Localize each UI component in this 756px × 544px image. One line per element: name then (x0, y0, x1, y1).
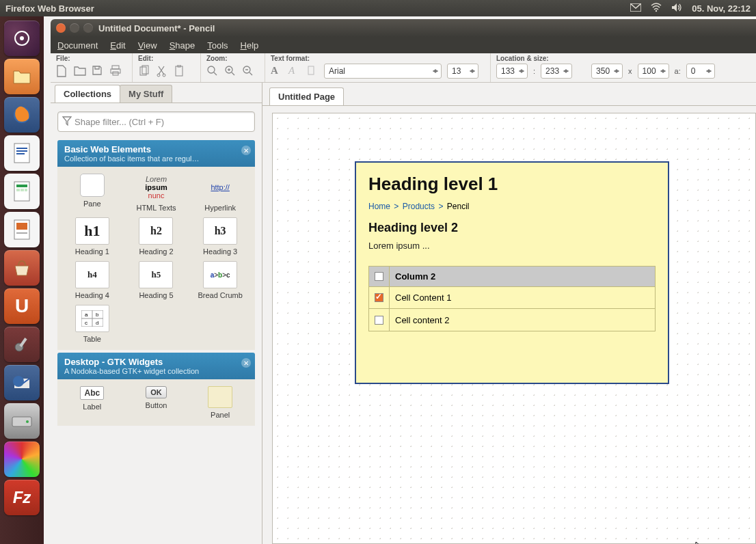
print-icon[interactable] (109, 65, 122, 77)
angle-spin[interactable]: 0 (686, 64, 715, 79)
svg-rect-23 (111, 69, 120, 73)
menu-help[interactable]: Help (241, 40, 259, 51)
row1-checkbox[interactable] (375, 293, 383, 302)
svg-point-19 (13, 376, 24, 387)
svg-rect-10 (16, 185, 27, 187)
tab-collections[interactable]: Collections (55, 85, 120, 103)
shape-h1[interactable]: h1Heading 1 (62, 217, 123, 256)
shape-h2[interactable]: h2Heading 2 (126, 217, 187, 256)
tab-mystuff[interactable]: My Stuff (120, 85, 172, 103)
filter-placeholder: Shape filter... (Ctrl + F) (75, 117, 164, 127)
shape-pane[interactable]: Pane (62, 174, 123, 212)
launcher-settings[interactable] (4, 327, 40, 362)
launcher-writer[interactable] (4, 135, 40, 171)
header-checkbox[interactable] (375, 272, 383, 281)
close-icon[interactable]: ✕ (241, 146, 251, 155)
svg-text:d: d (96, 320, 98, 326)
launcher-color[interactable] (4, 441, 40, 477)
new-doc-icon[interactable] (56, 65, 68, 77)
page-tab-untitled[interactable]: Untitled Page (269, 87, 344, 105)
shape-table[interactable]: abcdTable (62, 305, 123, 343)
menu-view[interactable]: View (138, 40, 157, 51)
paragraph: Lorem ipsum ... (368, 241, 656, 251)
font-family-combo[interactable]: Arial (324, 64, 442, 79)
row2-checkbox[interactable] (375, 316, 383, 325)
launcher-thunderbird[interactable] (4, 365, 40, 400)
zoom-in-icon[interactable] (224, 65, 237, 77)
table-row: Cell content 2 (369, 309, 655, 331)
category-gtk-body: AbcLabel OKButton Panel (57, 379, 255, 426)
svg-rect-13 (25, 189, 27, 191)
shape-filter-input[interactable]: Shape filter... (Ctrl + F) (57, 111, 255, 132)
launcher-files[interactable] (4, 59, 40, 94)
canvas[interactable]: Heading level 1 Home > Products > Pencil… (272, 113, 756, 544)
shape-h4[interactable]: h4Heading 4 (62, 261, 123, 299)
toolbar-edit-label: Edit: (138, 55, 195, 62)
text-style-icon[interactable] (306, 65, 319, 77)
svg-text:c: c (85, 320, 87, 326)
window-title: Untitled Document* - Pencil (98, 23, 215, 33)
canvas-pane: Untitled Page Heading level 1 Home > Pro… (262, 83, 756, 544)
copy-icon[interactable] (138, 65, 150, 77)
pos-x-spin[interactable]: 133 (496, 64, 528, 79)
svg-rect-34 (308, 66, 314, 74)
launcher-ubuntu-one[interactable]: U (4, 288, 40, 324)
launcher-filezilla[interactable]: Fz (4, 480, 40, 515)
menu-tools[interactable]: Tools (207, 40, 228, 51)
text-color-icon[interactable]: A (271, 65, 283, 77)
selected-object[interactable]: Heading level 1 Home > Products > Pencil… (355, 161, 669, 384)
shape-panel: Collections My Stuff Shape filter... (Ct… (51, 83, 262, 544)
toolbar-loc-label: Location & size: (496, 55, 751, 62)
table-header: Column 2 (369, 267, 655, 287)
font-size-spin[interactable]: 13 (447, 64, 478, 79)
launcher-calc[interactable] (4, 174, 40, 209)
page-tabs: Untitled Page (262, 83, 756, 106)
window-minimize-button[interactable] (70, 23, 79, 33)
svg-text:a: a (85, 312, 88, 318)
bc-home[interactable]: Home (368, 202, 390, 211)
launcher-firefox[interactable] (4, 97, 40, 133)
shape-button[interactable]: OKButton (126, 386, 187, 419)
bc-products[interactable]: Products (403, 202, 435, 211)
size-h-spin[interactable]: 100 (638, 64, 669, 79)
window-titlebar[interactable]: Untitled Document* - Pencil (51, 19, 756, 37)
shape-hyperlink[interactable]: http://Hyperlink (189, 174, 251, 212)
wifi-icon[interactable] (651, 3, 662, 14)
pos-y-spin[interactable]: 233 (541, 64, 572, 79)
save-icon[interactable] (92, 65, 104, 77)
svg-rect-29 (176, 66, 183, 76)
category-gtk[interactable]: Desktop - GTK Widgets A Nodoka-based GTK… (57, 353, 255, 379)
window-close-button[interactable] (56, 23, 66, 33)
svg-rect-8 (16, 153, 25, 154)
size-w-spin[interactable]: 350 (591, 64, 623, 79)
mail-icon[interactable] (630, 3, 641, 14)
menu-document[interactable]: Document (57, 40, 98, 51)
angle-label: a: (675, 67, 681, 75)
zoom-out-icon[interactable] (242, 65, 254, 77)
volume-icon[interactable] (671, 3, 682, 14)
shape-h5[interactable]: h5Heading 5 (126, 261, 187, 299)
menu-edit[interactable]: Edit (110, 40, 125, 51)
launcher-impress[interactable] (4, 212, 40, 247)
cut-icon[interactable] (156, 65, 168, 77)
shape-html-texts[interactable]: LoremipsumnuncHTML Texts (126, 174, 187, 212)
paste-icon[interactable] (174, 65, 186, 77)
launcher-disk[interactable] (4, 403, 40, 439)
shape-h3[interactable]: h3Heading 3 (189, 217, 251, 256)
shape-breadcrumb[interactable]: a > b > cBread Crumb (189, 261, 251, 299)
open-icon[interactable] (74, 65, 86, 77)
text-italic-icon[interactable]: A (288, 65, 301, 77)
svg-point-1 (656, 10, 657, 11)
close-icon[interactable]: ✕ (241, 358, 251, 368)
category-basic-web[interactable]: Basic Web Elements Collection of basic i… (57, 140, 255, 167)
shape-label[interactable]: AbcLabel (62, 386, 123, 419)
svg-text:b: b (96, 312, 99, 318)
launcher-software[interactable] (4, 250, 40, 286)
window-body: Collections My Stuff Shape filter... (Ct… (51, 83, 756, 544)
shape-panel[interactable]: Panel (189, 386, 251, 419)
launcher-dash[interactable] (4, 21, 40, 56)
clock[interactable]: 05. Nov, 22:12 (692, 3, 751, 14)
zoom-reset-icon[interactable] (206, 65, 219, 77)
window-maximize-button[interactable] (83, 23, 93, 33)
menu-shape[interactable]: Shape (170, 40, 195, 51)
